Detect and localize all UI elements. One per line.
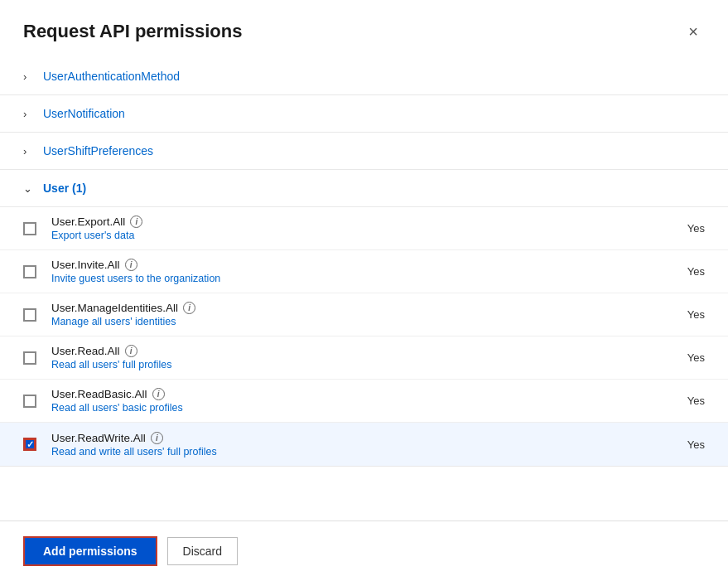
chevron-right-icon: ›	[23, 70, 35, 83]
perm-name-User.Invite.All: User.Invite.All i	[51, 259, 655, 271]
perm-name-User.ReadWrite.All: User.ReadWrite.All i	[51, 432, 655, 444]
perm-info-User.Export.All: User.Export.All i Export user's data	[51, 215, 655, 241]
dialog-header: Request API permissions ×	[0, 0, 728, 58]
perm-admin-User.ManageIdentities.All: Yes	[655, 308, 705, 321]
section-label-UserNotification: UserNotification	[43, 107, 125, 120]
chevron-right-icon: ›	[23, 145, 35, 157]
info-icon-User.Read.All[interactable]: i	[125, 345, 137, 357]
perm-checkbox-User.Invite.All[interactable]	[23, 265, 36, 278]
chevron-down-icon: ⌄	[23, 182, 35, 195]
dialog-title: Request API permissions	[23, 21, 242, 42]
perm-name-User.ReadBasic.All: User.ReadBasic.All i	[51, 388, 655, 400]
perm-checkbox-User.ReadWrite.All[interactable]	[23, 438, 36, 451]
perm-checkbox-User.ManageIdentities.All[interactable]	[23, 308, 36, 322]
discard-button[interactable]: Discard	[167, 537, 238, 565]
info-icon-User.Invite.All[interactable]: i	[125, 259, 137, 271]
section-User-expanded[interactable]: ⌄ User (1)	[0, 170, 728, 207]
perm-admin-User.ReadBasic.All: Yes	[655, 395, 705, 407]
perm-desc-User.ManageIdentities.All: Manage all users' identities	[51, 316, 655, 327]
perm-admin-User.Invite.All: Yes	[655, 265, 705, 278]
info-icon-User.ReadBasic.All[interactable]: i	[152, 388, 165, 400]
perm-info-User.ReadWrite.All: User.ReadWrite.All i Read and write all …	[51, 432, 655, 458]
perm-desc-User.ReadBasic.All: Read all users' basic profiles	[51, 402, 655, 414]
perm-name-User.Export.All: User.Export.All i	[51, 215, 655, 228]
dialog-content: › UserAuthenticationMethod › UserNotific…	[0, 58, 728, 520]
section-UserNotification[interactable]: › UserNotification	[0, 95, 728, 133]
perm-info-User.ReadBasic.All: User.ReadBasic.All i Read all users' bas…	[51, 388, 655, 414]
info-icon-User.ReadWrite.All[interactable]: i	[151, 432, 163, 444]
dialog-footer: Add permissions Discard	[0, 520, 728, 581]
perm-name-User.Read.All: User.Read.All i	[51, 345, 655, 357]
section-UserAuthenticationMethod[interactable]: › UserAuthenticationMethod	[0, 58, 728, 95]
section-UserShiftPreferences[interactable]: › UserShiftPreferences	[0, 133, 728, 170]
close-button[interactable]: ×	[682, 20, 705, 43]
perm-admin-User.ReadWrite.All: Yes	[655, 438, 705, 451]
section-label-UserShiftPreferences: UserShiftPreferences	[43, 144, 153, 157]
perm-info-User.ManageIdentities.All: User.ManageIdentities.All i Manage all u…	[51, 302, 655, 327]
request-api-permissions-dialog: Request API permissions × › UserAuthenti…	[0, 0, 728, 581]
perm-admin-User.Read.All: Yes	[655, 351, 705, 364]
perm-desc-User.ReadWrite.All: Read and write all users' full profiles	[51, 446, 655, 458]
permissions-list: User.Export.All i Export user's data Yes…	[0, 207, 728, 467]
perm-row-User.ManageIdentities.All: User.ManageIdentities.All i Manage all u…	[0, 293, 728, 336]
chevron-right-icon: ›	[23, 108, 35, 120]
perm-checkbox-User.Export.All[interactable]	[23, 222, 36, 235]
info-icon-User.Export.All[interactable]: i	[130, 215, 142, 228]
perm-desc-User.Export.All: Export user's data	[51, 230, 655, 241]
section-label-User: User (1)	[43, 182, 86, 195]
section-label-UserAuthenticationMethod: UserAuthenticationMethod	[43, 70, 180, 83]
perm-info-User.Read.All: User.Read.All i Read all users' full pro…	[51, 345, 655, 370]
perm-desc-User.Read.All: Read all users' full profiles	[51, 359, 655, 370]
perm-checkbox-User.ReadBasic.All[interactable]	[23, 395, 36, 408]
perm-row-User.ReadWrite.All: User.ReadWrite.All i Read and write all …	[0, 423, 728, 466]
perm-name-User.ManageIdentities.All: User.ManageIdentities.All i	[51, 302, 655, 314]
perm-desc-User.Invite.All: Invite guest users to the organization	[51, 273, 655, 284]
perm-row-User.Read.All: User.Read.All i Read all users' full pro…	[0, 336, 728, 380]
perm-row-User.ReadBasic.All: User.ReadBasic.All i Read all users' bas…	[0, 380, 728, 423]
add-permissions-button[interactable]: Add permissions	[23, 536, 157, 566]
info-icon-User.ManageIdentities.All[interactable]: i	[183, 302, 195, 314]
perm-checkbox-User.Read.All[interactable]	[23, 351, 36, 365]
perm-row-User.Invite.All: User.Invite.All i Invite guest users to …	[0, 250, 728, 293]
perm-admin-User.Export.All: Yes	[655, 222, 705, 235]
perm-info-User.Invite.All: User.Invite.All i Invite guest users to …	[51, 259, 655, 284]
perm-row-User.Export.All: User.Export.All i Export user's data Yes	[0, 207, 728, 250]
